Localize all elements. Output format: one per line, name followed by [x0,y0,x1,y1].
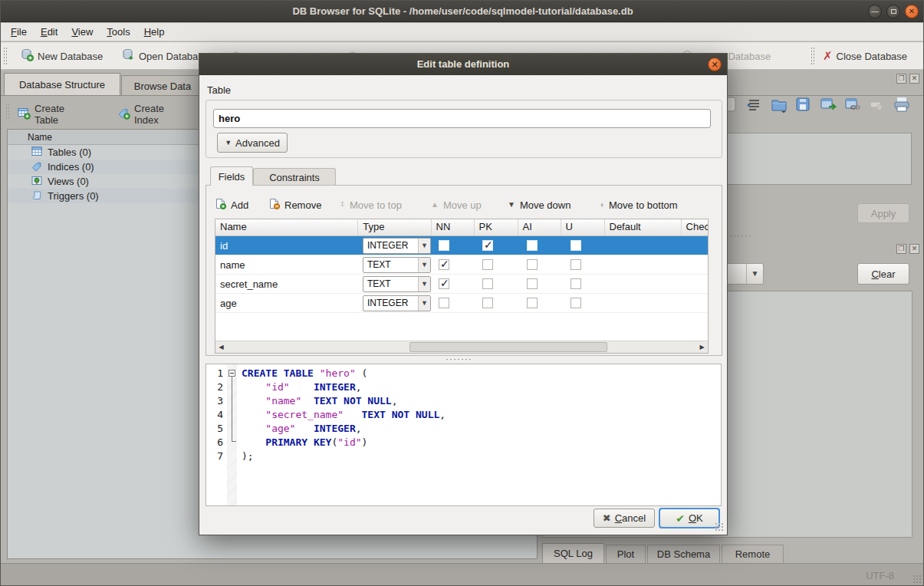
nn-checkbox[interactable] [439,259,449,270]
close-database-button[interactable]: ✗ Close Database [823,48,907,64]
clear-button[interactable]: Clear [857,263,909,285]
menu-file[interactable]: File [4,25,34,39]
move-to-bottom-button[interactable]: ⍖ Move to bottom [600,195,678,215]
cancel-button[interactable]: ✖ Cancel [594,509,655,528]
menu-edit[interactable]: Edit [34,25,64,39]
type-dropdown[interactable]: INTEGER ▼ [363,238,431,254]
create-index-button[interactable]: Create Index [117,103,164,126]
default-cell[interactable] [612,275,690,293]
chevron-down-icon[interactable]: ▼ [418,239,430,253]
apply-button[interactable]: Apply [857,203,909,223]
dialog-splitter[interactable] [445,358,472,360]
dock-splitter[interactable] [725,235,751,237]
ai-checkbox[interactable] [527,259,538,270]
dialog-close-icon[interactable]: ✕ [708,58,722,71]
field-name-cell[interactable]: id [215,236,361,255]
tab-database-structure[interactable]: Database Structure [4,73,120,96]
scroll-right-icon[interactable]: ▶ [696,341,708,353]
ai-checkbox[interactable] [527,278,538,289]
u-checkbox[interactable] [571,278,581,289]
dock-close-icon[interactable]: ✕ [909,244,919,254]
table-row[interactable]: age INTEGER ▼ [215,294,708,313]
tab-plot[interactable]: Plot [606,545,646,564]
dialog-resize-grip[interactable] [715,522,724,532]
save-file-icon[interactable] [795,96,811,113]
toolbar-handle[interactable] [3,47,7,65]
dock-float-icon[interactable]: ❐ [896,244,906,254]
app-window: DB Browser for SQLite - /home/user/code/… [0,0,924,586]
field-name-cell[interactable]: age [215,294,361,312]
tab-fields[interactable]: Fields [210,166,253,186]
close-icon[interactable]: ✕ [905,5,919,18]
advanced-button[interactable]: ▼ Advanced [217,133,288,153]
tab-db-schema[interactable]: DB Schema [647,545,720,564]
default-cell[interactable] [612,236,690,255]
pk-checkbox[interactable] [482,298,493,308]
tab-sql-log[interactable]: SQL Log [542,543,604,564]
move-down-button[interactable]: ▼ Move down [508,195,571,215]
fold-guide-line [232,377,232,441]
toolbar-handle[interactable] [5,104,9,120]
new-database-button[interactable]: New Database [21,48,103,64]
pk-checkbox[interactable] [482,278,493,289]
open-file-icon[interactable] [771,96,786,113]
dock-close-icon[interactable]: ✕ [909,74,919,84]
fields-table-header[interactable]: Name Type NN PK AI U Default Check [215,219,708,236]
nn-checkbox[interactable] [439,278,449,289]
resize-grip[interactable] [912,574,922,584]
ai-checkbox[interactable] [527,298,538,308]
type-dropdown[interactable]: TEXT ▼ [363,276,431,292]
tab-constraints[interactable]: Constraints [253,168,336,186]
encoding-indicator[interactable]: UTF-8 [866,570,894,581]
default-cell[interactable] [612,294,690,312]
add-field-button[interactable]: Add [215,195,248,215]
dialog-titlebar[interactable]: Edit table definition ✕ [199,54,727,75]
nn-checkbox[interactable] [439,298,449,308]
ok-button[interactable]: ✔ OK [659,509,719,528]
sql-preview-editor[interactable]: 1234567 CREATE TABLE "hero" ( "id" INTEG… [206,364,722,506]
u-checkbox[interactable] [571,259,581,270]
table-row[interactable]: id INTEGER ▼ [215,236,708,255]
maximize-icon[interactable] [886,5,900,18]
tab-remote[interactable]: Remote [722,545,784,564]
move-to-top-button[interactable]: ⍏ Move to top [340,195,402,215]
menu-view[interactable]: View [64,25,100,39]
chevron-down-icon[interactable]: ▼ [418,296,430,311]
link-cell-icon[interactable] [844,96,860,113]
type-dropdown[interactable]: INTEGER ▼ [363,295,431,311]
move-up-button[interactable]: ▲ Move up [431,195,482,215]
type-dropdown[interactable]: TEXT ▼ [363,257,431,273]
field-name-cell[interactable]: secret_name [215,275,361,293]
ai-checkbox[interactable] [527,240,538,251]
new-database-label: New Database [38,51,103,62]
remove-field-button[interactable]: Remove [268,195,321,215]
nn-checkbox[interactable] [439,240,449,251]
default-cell[interactable] [612,255,690,274]
export-cell-icon[interactable] [820,96,835,113]
u-checkbox[interactable] [571,298,581,308]
menu-tools[interactable]: Tools [100,25,136,39]
u-checkbox[interactable] [571,240,581,251]
print-icon[interactable] [893,96,909,113]
chevron-down-icon[interactable]: ▼ [418,258,430,272]
table-name-input[interactable]: hero [213,109,711,128]
fold-collapse-icon[interactable] [229,370,235,377]
open-database-button[interactable]: Open Database [122,48,209,64]
create-table-button[interactable]: Create Table [18,103,64,126]
pk-checkbox[interactable] [482,259,493,270]
horizontal-scrollbar[interactable]: ◀ ▶ [215,341,708,353]
table-row[interactable]: secret_name TEXT ▼ [215,275,708,294]
set-null-icon[interactable] [869,96,884,113]
tab-browse-data[interactable]: Browse Data [121,75,204,96]
dock-float-icon[interactable]: ❐ [896,74,906,84]
create-table-label: Create Table [35,103,64,126]
menu-help[interactable]: Help [137,25,172,39]
scrollbar-thumb[interactable] [409,342,607,352]
field-name-cell[interactable]: name [215,255,361,274]
minimize-icon[interactable]: — [868,5,882,18]
table-row[interactable]: name TEXT ▼ [215,255,708,275]
chevron-down-icon[interactable]: ▼ [418,277,430,291]
import-text-icon[interactable] [746,96,761,113]
pk-checkbox[interactable] [482,240,493,251]
scroll-left-icon[interactable]: ◀ [215,341,227,353]
